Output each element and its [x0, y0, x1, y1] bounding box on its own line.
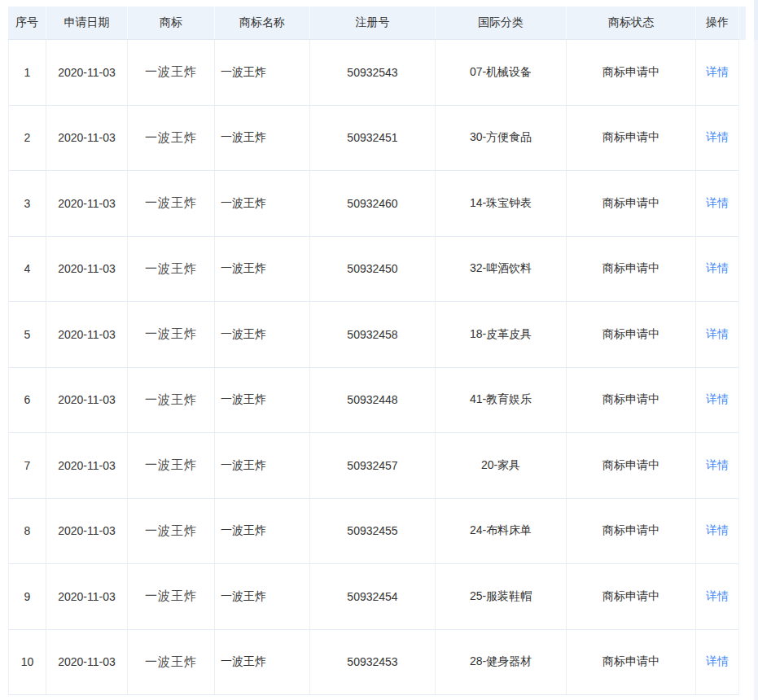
column-header-mark: 商标	[128, 7, 215, 39]
table-row: 8 2020-11-03 一波王炸 一波王炸 50932455 24-布料床单 …	[9, 499, 738, 565]
cell-trademark-image: 一波王炸	[128, 237, 215, 302]
cell-action: 详情	[696, 302, 738, 367]
cell-apply-date: 2020-11-03	[46, 564, 128, 629]
cell-registration-number: 50932458	[310, 302, 436, 367]
cell-registration-number: 50932450	[310, 237, 436, 302]
cell-action: 详情	[696, 499, 738, 564]
cell-international-class: 30-方便食品	[436, 106, 567, 171]
header-scroll-gutter	[739, 7, 746, 40]
detail-link[interactable]: 详情	[706, 327, 729, 342]
cell-index: 9	[9, 564, 46, 629]
table-header-row: 序号申请日期商标商标名称注册号国际分类商标状态操作	[8, 7, 739, 40]
cell-international-class: 28-健身器材	[436, 630, 567, 695]
column-header-date: 申请日期	[46, 7, 128, 39]
cell-action: 详情	[696, 237, 738, 302]
table-body: 1 2020-11-03 一波王炸 一波王炸 50932543 07-机械设备 …	[8, 40, 739, 695]
cell-action: 详情	[696, 564, 738, 629]
cell-trademark-name: 一波王炸	[215, 302, 310, 367]
cell-trademark-image: 一波王炸	[128, 171, 215, 236]
cell-action: 详情	[696, 106, 738, 171]
column-header-index: 序号	[8, 7, 46, 39]
cell-index: 2	[9, 106, 46, 171]
cell-trademark-name: 一波王炸	[215, 630, 310, 695]
cell-index: 5	[9, 302, 46, 367]
table-row: 10 2020-11-03 一波王炸 一波王炸 50932453 28-健身器材…	[9, 630, 738, 696]
cell-registration-number: 50932457	[310, 433, 436, 498]
detail-link[interactable]: 详情	[706, 392, 729, 407]
trademark-table: 序号申请日期商标商标名称注册号国际分类商标状态操作 1 2020-11-03 一…	[8, 7, 739, 695]
cell-action: 详情	[696, 433, 738, 498]
cell-international-class: 18-皮革皮具	[436, 302, 567, 367]
column-header-reg_no: 注册号	[310, 7, 436, 39]
table-row: 7 2020-11-03 一波王炸 一波王炸 50932457 20-家具 商标…	[9, 433, 738, 499]
cell-trademark-name: 一波王炸	[215, 40, 310, 105]
cell-trademark-status: 商标申请中	[567, 171, 696, 236]
cell-trademark-image: 一波王炸	[128, 630, 215, 695]
cell-registration-number: 50932453	[310, 630, 436, 695]
detail-link[interactable]: 详情	[706, 65, 729, 80]
cell-action: 详情	[696, 630, 738, 695]
cell-international-class: 41-教育娱乐	[436, 368, 567, 433]
cell-index: 4	[9, 237, 46, 302]
cell-registration-number: 50932454	[310, 564, 436, 629]
detail-link[interactable]: 详情	[706, 458, 729, 473]
cell-trademark-image: 一波王炸	[128, 40, 215, 105]
cell-trademark-name: 一波王炸	[215, 433, 310, 498]
cell-trademark-status: 商标申请中	[567, 368, 696, 433]
cell-registration-number: 50932543	[310, 40, 436, 105]
cell-trademark-image: 一波王炸	[128, 499, 215, 564]
detail-link[interactable]: 详情	[706, 196, 729, 211]
cell-trademark-image: 一波王炸	[128, 106, 215, 171]
cell-trademark-status: 商标申请中	[567, 40, 696, 105]
cell-trademark-name: 一波王炸	[215, 499, 310, 564]
cell-trademark-status: 商标申请中	[567, 630, 696, 695]
table-row: 9 2020-11-03 一波王炸 一波王炸 50932454 25-服装鞋帽 …	[9, 564, 738, 630]
detail-link[interactable]: 详情	[706, 261, 729, 276]
cell-index: 3	[9, 171, 46, 236]
cell-index: 1	[9, 40, 46, 105]
cell-apply-date: 2020-11-03	[46, 433, 128, 498]
detail-link[interactable]: 详情	[706, 589, 729, 604]
cell-international-class: 20-家具	[436, 433, 567, 498]
column-header-action: 操作	[696, 7, 739, 39]
detail-link[interactable]: 详情	[706, 654, 729, 669]
detail-link[interactable]: 详情	[706, 523, 729, 538]
cell-trademark-image: 一波王炸	[128, 368, 215, 433]
table-row: 5 2020-11-03 一波王炸 一波王炸 50932458 18-皮革皮具 …	[9, 302, 738, 368]
table-row: 1 2020-11-03 一波王炸 一波王炸 50932543 07-机械设备 …	[9, 40, 738, 106]
cell-registration-number: 50932460	[310, 171, 436, 236]
cell-apply-date: 2020-11-03	[46, 171, 128, 236]
cell-index: 8	[9, 499, 46, 564]
trademark-results-page: 序号申请日期商标商标名称注册号国际分类商标状态操作 1 2020-11-03 一…	[0, 0, 758, 700]
cell-apply-date: 2020-11-03	[46, 302, 128, 367]
cell-apply-date: 2020-11-03	[46, 499, 128, 564]
table-row: 6 2020-11-03 一波王炸 一波王炸 50932448 41-教育娱乐 …	[9, 368, 738, 434]
cell-international-class: 32-啤酒饮料	[436, 237, 567, 302]
cell-international-class: 25-服装鞋帽	[436, 564, 567, 629]
table-row: 3 2020-11-03 一波王炸 一波王炸 50932460 14-珠宝钟表 …	[9, 171, 738, 237]
table-row: 4 2020-11-03 一波王炸 一波王炸 50932450 32-啤酒饮料 …	[9, 237, 738, 303]
column-header-status: 商标状态	[567, 7, 696, 39]
cell-apply-date: 2020-11-03	[46, 630, 128, 695]
cell-apply-date: 2020-11-03	[46, 40, 128, 105]
column-header-intl_class: 国际分类	[436, 7, 567, 39]
cell-trademark-name: 一波王炸	[215, 171, 310, 236]
cell-trademark-image: 一波王炸	[128, 433, 215, 498]
detail-link[interactable]: 详情	[706, 130, 729, 145]
column-header-name: 商标名称	[215, 7, 310, 39]
cell-trademark-name: 一波王炸	[215, 237, 310, 302]
cell-trademark-status: 商标申请中	[567, 237, 696, 302]
cell-registration-number: 50932451	[310, 106, 436, 171]
cell-trademark-status: 商标申请中	[567, 499, 696, 564]
cell-apply-date: 2020-11-03	[46, 368, 128, 433]
table-row: 2 2020-11-03 一波王炸 一波王炸 50932451 30-方便食品 …	[9, 106, 738, 172]
cell-registration-number: 50932448	[310, 368, 436, 433]
cell-index: 7	[9, 433, 46, 498]
cell-trademark-name: 一波王炸	[215, 564, 310, 629]
cell-trademark-name: 一波王炸	[215, 106, 310, 171]
cell-registration-number: 50932455	[310, 499, 436, 564]
cell-trademark-status: 商标申请中	[567, 564, 696, 629]
cell-international-class: 14-珠宝钟表	[436, 171, 567, 236]
cell-index: 6	[9, 368, 46, 433]
cell-trademark-name: 一波王炸	[215, 368, 310, 433]
